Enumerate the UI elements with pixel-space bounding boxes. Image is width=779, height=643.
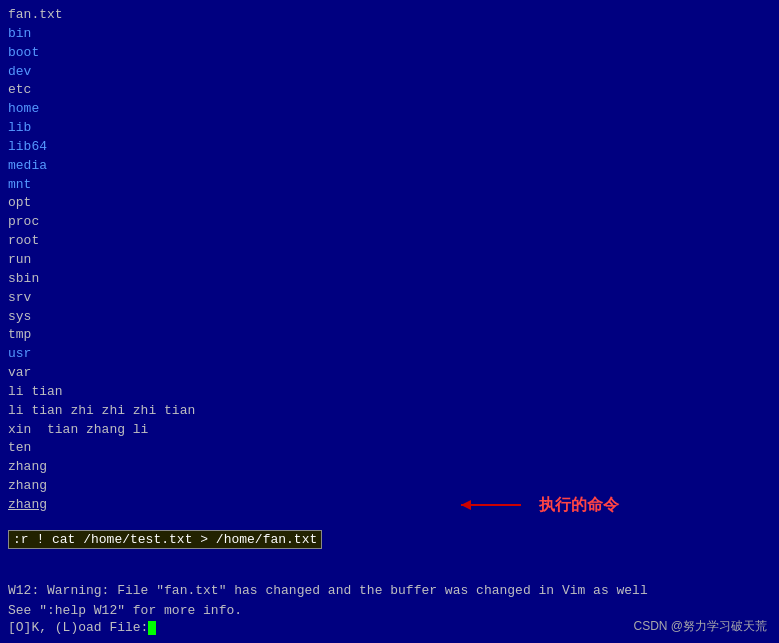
terminal-line-24: xin tian zhang li [8, 421, 771, 440]
terminal-line-26: zhang [8, 458, 771, 477]
terminal-line-20: var [8, 364, 771, 383]
terminal-line-22: li tian [8, 383, 771, 402]
terminal-line-27: zhang [8, 477, 771, 496]
terminal-line-0: fan.txt [8, 6, 771, 25]
terminal-output: fan.txtbinbootdevetchomeliblib64mediamnt… [8, 6, 771, 515]
terminal-cursor [148, 621, 156, 635]
terminal-line-7: lib [8, 119, 771, 138]
terminal-line-5: etc [8, 81, 771, 100]
status-text: [O]K, (L)oad File: [8, 620, 148, 635]
terminal-line-6: home [8, 100, 771, 119]
terminal-line-13: root [8, 232, 771, 251]
terminal-line-14: run [8, 251, 771, 270]
command-input-line: :r ! cat /home/test.txt > /home/fan.txt [8, 530, 779, 551]
terminal-line-25: ten [8, 439, 771, 458]
annotation-label: 执行的命令 [539, 495, 619, 516]
terminal-line-4: dev [8, 63, 771, 82]
svg-marker-1 [461, 500, 471, 510]
terminal-line-8: lib64 [8, 138, 771, 157]
warning-line-1: W12: Warning: File "fan.txt" has changed… [8, 581, 771, 601]
terminal-window: fan.txtbinbootdevetchomeliblib64mediamnt… [0, 0, 779, 643]
terminal-line-23: li tian zhi zhi zhi tian [8, 402, 771, 421]
terminal-line-9: media [8, 157, 771, 176]
terminal-line-10: mnt [8, 176, 771, 195]
arrow-icon [451, 490, 531, 520]
terminal-line-2: bin [8, 25, 771, 44]
terminal-line-11: opt [8, 194, 771, 213]
terminal-line-17: sys [8, 308, 771, 327]
terminal-line-19: usr [8, 345, 771, 364]
terminal-line-16: srv [8, 289, 771, 308]
csdn-watermark: CSDN @努力学习破天荒 [633, 618, 767, 635]
terminal-line-28: zhang [8, 496, 771, 515]
terminal-line-18: tmp [8, 326, 771, 345]
command-text: :r ! cat /home/test.txt > /home/fan.txt [8, 530, 322, 549]
terminal-line-15: sbin [8, 270, 771, 289]
terminal-line-12: proc [8, 213, 771, 232]
annotation-container: 执行的命令 [451, 490, 619, 520]
terminal-line-3: boot [8, 44, 771, 63]
